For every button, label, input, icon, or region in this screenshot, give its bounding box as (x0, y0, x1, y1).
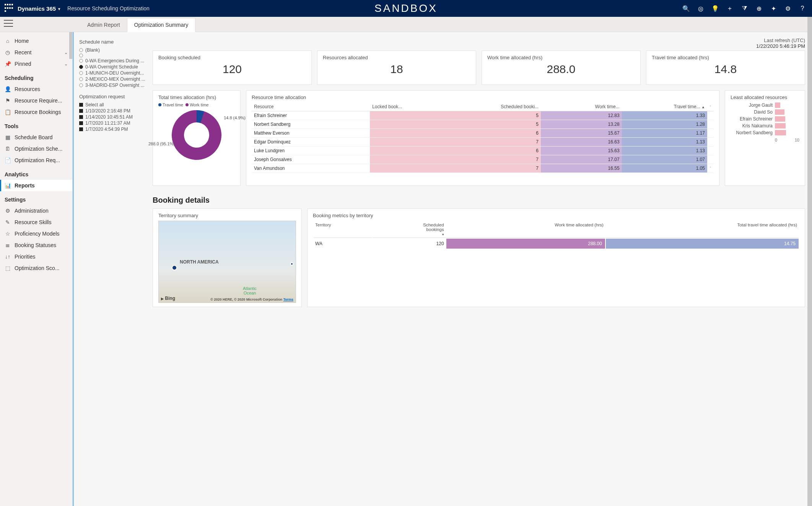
bar-row[interactable]: Kris Nakamura (731, 123, 799, 129)
bulb-icon[interactable]: 💡 (712, 5, 719, 12)
kpi-label: Travel time allocated (hrs) (652, 55, 799, 60)
gear-icon[interactable]: ⚙ (784, 5, 791, 12)
sidebar-item[interactable]: ↓↑Priorities (0, 251, 72, 262)
search-icon[interactable]: 🔍 (683, 5, 690, 12)
target-icon[interactable]: ◎ (697, 5, 704, 12)
tab-optimization-summary[interactable]: Optimization Summary (127, 18, 196, 32)
sidebar-item-home[interactable]: ⌂Home (0, 35, 72, 47)
map-label-ocean: Atlantic Ocean (243, 286, 257, 295)
slicer-request-item[interactable]: 1/7/2020 11:21:37 AM (79, 120, 147, 126)
slicer-schedule-item[interactable]: 3-MADRID-ESP Overnight ... (79, 82, 147, 88)
map[interactable]: NORTH AMERICA Atlantic Ocean ▶ Bing © 20… (158, 221, 296, 303)
territory-metrics-table[interactable]: TerritoryScheduledbookings▾Work time all… (313, 221, 799, 249)
resource-table[interactable]: ResourceLocked book...Scheduled booki...… (252, 103, 714, 173)
table-header[interactable]: Travel time... ▲ (622, 103, 707, 111)
table-row[interactable]: Edgar Dominquez 7 16.63 1.13 (252, 138, 714, 146)
kpi-card: Travel time allocated (hrs)14.8 (646, 50, 805, 85)
table-row[interactable]: Van Amundson 7 16.55 1.05 ˅ (252, 164, 714, 173)
sidebar-item[interactable]: 👤Resources (0, 83, 72, 95)
right-scrollbar[interactable] (807, 17, 812, 506)
table-header[interactable]: Work time allocated (hrs) (446, 221, 605, 238)
card-donut: Total times allocation (hrs) Travel time… (153, 90, 241, 186)
sidebar-item[interactable]: 📄Optimization Req... (0, 155, 72, 166)
slicer-request-item[interactable]: Select all (79, 102, 147, 108)
table-header[interactable]: Territory (314, 221, 372, 238)
table-header[interactable]: Work time... (541, 103, 622, 111)
sidebar-item[interactable]: ⬚Optimization Sco... (0, 262, 72, 274)
help-icon[interactable]: ? (799, 5, 806, 12)
table-header[interactable]: Scheduledbookings▾ (373, 221, 446, 238)
sidebar-item[interactable]: ≣Booking Statuses (0, 239, 72, 251)
slicer-request-item[interactable]: 1/14/2020 10:45:51 AM (79, 114, 147, 120)
bar-row[interactable]: David So (731, 109, 799, 115)
map-terms-link[interactable]: Terms (283, 298, 293, 301)
table-row[interactable]: WA 120 288.00 14.75 (314, 239, 799, 249)
sidebar-item[interactable]: ▦Schedule Board (0, 132, 72, 143)
slicer-item-label: 1/10/2020 2:16:48 PM (85, 108, 130, 114)
bar-label: David So (731, 109, 773, 115)
slicer-schedule-item[interactable]: 2-MEXICO-MEX Overnight ... (79, 76, 147, 82)
least-allocated-chart[interactable]: Jorge GaultDavid SoEfrain SchreinerKris … (731, 103, 799, 135)
table-header[interactable]: Total travel time allocated (hrs) (606, 221, 799, 238)
tab-admin-report[interactable]: Admin Report (80, 18, 127, 32)
slicer-request-item[interactable]: 1/7/2020 4:54:39 PM (79, 126, 147, 132)
table-header[interactable]: Scheduled booki... (456, 103, 541, 111)
bar (775, 103, 780, 108)
home-icon: ⌂ (5, 38, 11, 44)
sidebar-item[interactable]: ⚙Administration (0, 205, 72, 216)
circle-plus-icon[interactable]: ⊕ (755, 5, 762, 12)
status-icon: ≣ (5, 242, 11, 248)
clock-icon: ◷ (5, 49, 11, 55)
hamburger-icon[interactable] (4, 20, 13, 27)
table-header[interactable]: Resource (252, 103, 370, 111)
radio-icon (79, 77, 83, 81)
table-header[interactable]: Locked book... (370, 103, 455, 111)
donut-legend: Travel time Work time (158, 103, 235, 107)
funnel-icon[interactable]: ⧩ (741, 5, 748, 12)
bar-row[interactable]: Norbert Sandberg (731, 130, 799, 135)
sort-icon: ▲ (701, 105, 705, 109)
sidebar-item-recent[interactable]: ◷Recent⌄ (0, 47, 72, 58)
brand-label[interactable]: Dynamics 365 (18, 5, 56, 12)
map-pin-icon[interactable] (290, 262, 293, 265)
sidebar-item-label: Resource Skills (15, 219, 51, 225)
score-icon: ⬚ (5, 265, 11, 271)
app-launcher-icon[interactable] (5, 4, 14, 13)
radio-icon (79, 48, 83, 52)
gear-icon: ⚙ (5, 208, 11, 214)
slicer-request-title: Optimization request (79, 94, 147, 99)
map-pin-icon[interactable] (172, 265, 177, 270)
checkbox-icon (79, 109, 83, 113)
donut-chart[interactable]: 14.8 (4.9%) 288.0 (95.1%) (158, 107, 235, 160)
table-row[interactable]: Efrain Schreiner 5 12.83 1.33 (252, 111, 714, 120)
bar-row[interactable]: Efrain Schreiner (731, 116, 799, 122)
plus-icon[interactable]: ＋ (726, 5, 733, 12)
chevron-down-icon[interactable]: ▾ (58, 7, 60, 11)
sidebar-item-label: Schedule Board (15, 134, 53, 140)
slicer-schedule-item[interactable]: 0-WA Emergencies During ... (79, 58, 147, 64)
sidebar-item-pinned[interactable]: 📌Pinned⌄ (0, 58, 72, 70)
table-row[interactable]: Luke Lundgren 6 15.63 1.13 (252, 146, 714, 155)
scroll-up-icon[interactable]: ˄ (709, 105, 711, 109)
sidebar-item[interactable]: 📊Reports (0, 180, 72, 191)
slicer-schedule-item[interactable]: (Blank) (79, 47, 147, 53)
sidebar-item[interactable]: ☆Proficiency Models (0, 228, 72, 239)
table-row[interactable]: Matthew Everson 6 15.67 1.17 (252, 129, 714, 138)
territory-metrics-title: Booking metrics by territory (313, 213, 799, 218)
sidebar-item[interactable]: 🗓Optimization Sche... (0, 143, 72, 155)
table-row[interactable]: Joseph Gonsalves 7 17.07 1.07 (252, 155, 714, 164)
table-row[interactable]: Norbert Sandberg 5 13.28 1.28 (252, 120, 714, 129)
slicer-schedule-item[interactable] (79, 53, 147, 58)
slicer-request-item[interactable]: 1/10/2020 2:16:48 PM (79, 108, 147, 114)
bar (775, 116, 785, 122)
sparkle-icon[interactable]: ✦ (770, 5, 777, 12)
slicer-schedule-item[interactable]: 0-WA Overnight Schedule (79, 64, 147, 70)
sidebar-scroll-thumb[interactable] (69, 32, 72, 59)
sidebar-item-label: Home (15, 38, 29, 44)
bar-row[interactable]: Jorge Gault (731, 103, 799, 108)
slicer-schedule-item[interactable]: 1-MUNICH-DEU Overnight... (79, 70, 147, 76)
sidebar-item[interactable]: 📋Resource Bookings (0, 106, 72, 118)
kpi-card: Resources allocated18 (317, 50, 476, 85)
sidebar-item[interactable]: ✎Resource Skills (0, 216, 72, 228)
sidebar-item[interactable]: ⚑Resource Require... (0, 95, 72, 106)
